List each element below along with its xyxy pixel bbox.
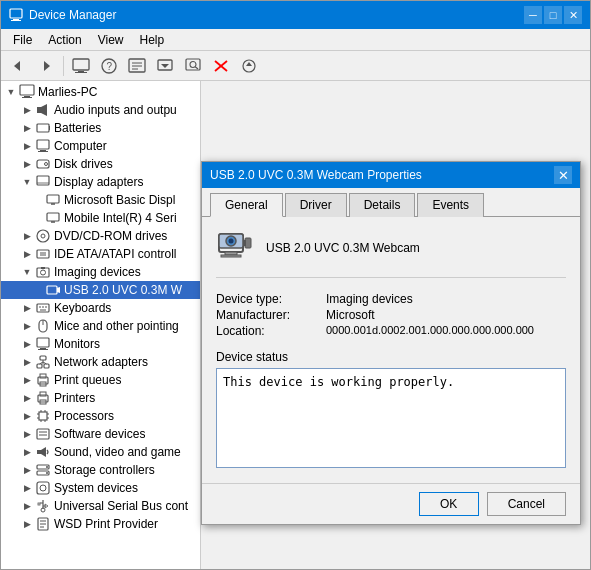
tree-item-processors[interactable]: ▶ Processors: [1, 407, 200, 425]
tree-item-storage[interactable]: ▶ Storage controllers: [1, 461, 200, 479]
ok-button[interactable]: OK: [419, 492, 479, 516]
svg-rect-39: [47, 213, 59, 221]
menu-help[interactable]: Help: [132, 31, 173, 49]
maximize-button[interactable]: □: [544, 6, 562, 24]
window-controls: ─ □ ✕: [524, 6, 582, 24]
svg-rect-62: [37, 364, 42, 368]
tree-item-printers[interactable]: ▶ Printers: [1, 389, 200, 407]
wsd-icon: [35, 516, 51, 532]
svg-marker-22: [246, 62, 252, 66]
menu-file[interactable]: File: [5, 31, 40, 49]
tab-driver[interactable]: Driver: [285, 193, 347, 217]
add-button[interactable]: [236, 54, 262, 78]
properties-button[interactable]: [124, 54, 150, 78]
device-status-text[interactable]: [216, 368, 566, 468]
intel-toggle: [35, 210, 45, 226]
tree-item-batteries[interactable]: ▶ Batteries: [1, 119, 200, 137]
tab-details[interactable]: Details: [349, 193, 416, 217]
svg-rect-91: [37, 482, 49, 494]
tree-item-keyboards[interactable]: ▶ Keyboards: [1, 299, 200, 317]
usb-label: Universal Serial Bus cont: [54, 499, 188, 513]
storage-icon: [35, 462, 51, 478]
computer-label: Computer: [54, 139, 107, 153]
menu-action[interactable]: Action: [40, 31, 89, 49]
window-title: Device Manager: [29, 8, 116, 22]
tree-item-ide[interactable]: ▶ IDE ATA/ATAPI controll: [1, 245, 200, 263]
system-icon: [35, 480, 51, 496]
svg-marker-15: [161, 64, 169, 68]
tree-item-intel[interactable]: Mobile Intel(R) 4 Seri: [1, 209, 200, 227]
disk-toggle: ▶: [19, 156, 35, 172]
sound-label: Sound, video and game: [54, 445, 181, 459]
main-content: ▼ Marlies-PC ▶ Audio inputs and outpu ▶: [1, 81, 590, 569]
dialog-close-button[interactable]: ✕: [554, 166, 572, 184]
batteries-label: Batteries: [54, 121, 101, 135]
svg-rect-51: [37, 304, 49, 312]
tab-events[interactable]: Events: [417, 193, 484, 217]
webcam-icon: [45, 282, 61, 298]
tree-item-sound[interactable]: ▶ Sound, video and game: [1, 443, 200, 461]
device-type-value: Imaging devices: [326, 292, 413, 306]
mice-icon: [35, 318, 51, 334]
svg-rect-49: [47, 286, 57, 294]
svg-rect-95: [38, 503, 40, 505]
tree-item-computer[interactable]: ▶ Computer: [1, 137, 200, 155]
minimize-button[interactable]: ─: [524, 6, 542, 24]
tree-item-system[interactable]: ▶ System devices: [1, 479, 200, 497]
cancel-button[interactable]: Cancel: [487, 492, 566, 516]
title-bar: Device Manager ─ □ ✕: [1, 1, 590, 29]
svg-rect-25: [22, 97, 32, 98]
remove-button[interactable]: [208, 54, 234, 78]
svg-rect-37: [47, 195, 59, 203]
tree-item-disk[interactable]: ▶ Disk drives: [1, 155, 200, 173]
tree-item-usb[interactable]: ▶ Universal Serial Bus cont: [1, 497, 200, 515]
tree-root[interactable]: ▼ Marlies-PC: [1, 83, 200, 101]
svg-point-92: [40, 485, 46, 491]
disk-label: Disk drives: [54, 157, 113, 171]
help-button[interactable]: ?: [96, 54, 122, 78]
tree-item-display[interactable]: ▼ Display adapters: [1, 173, 200, 191]
tree-item-monitors[interactable]: ▶ Monitors: [1, 335, 200, 353]
update-button[interactable]: [152, 54, 178, 78]
scan-button[interactable]: [180, 54, 206, 78]
tree-panel: ▼ Marlies-PC ▶ Audio inputs and outpu ▶: [1, 81, 201, 569]
tree-item-imaging[interactable]: ▼ Imaging devices: [1, 263, 200, 281]
storage-label: Storage controllers: [54, 463, 155, 477]
tab-general[interactable]: General: [210, 193, 283, 217]
forward-button[interactable]: [33, 54, 59, 78]
back-button[interactable]: [5, 54, 31, 78]
dvd-toggle: ▶: [19, 228, 35, 244]
toolbar-sep-1: [63, 56, 64, 76]
svg-rect-5: [73, 59, 89, 70]
device-header: USB 2.0 UVC 0.3M Webcam: [216, 229, 566, 278]
menu-view[interactable]: View: [90, 31, 132, 49]
svg-rect-110: [243, 240, 246, 246]
svg-rect-60: [38, 349, 48, 350]
svg-rect-63: [44, 364, 49, 368]
wsd-label: WSD Print Provider: [54, 517, 158, 531]
tree-item-wsd[interactable]: ▶ WSD Print Provider: [1, 515, 200, 533]
svg-marker-50: [57, 287, 60, 293]
svg-point-90: [46, 472, 48, 474]
app-icon: [9, 8, 23, 22]
tree-item-mice[interactable]: ▶ Mice and other pointing: [1, 317, 200, 335]
svg-point-47: [41, 270, 46, 275]
properties-dialog: USB 2.0 UVC 0.3M Webcam Properties ✕ Gen…: [201, 161, 581, 525]
audio-toggle: ▶: [19, 102, 35, 118]
tree-item-printq[interactable]: ▶ Print queues: [1, 371, 200, 389]
tree-item-webcam[interactable]: USB 2.0 UVC 0.3M W: [1, 281, 200, 299]
close-button[interactable]: ✕: [564, 6, 582, 24]
mice-toggle: ▶: [19, 318, 35, 334]
tree-item-basic-disp[interactable]: Microsoft Basic Displ: [1, 191, 200, 209]
basic-disp-label: Microsoft Basic Displ: [64, 193, 175, 207]
tree-item-dvd[interactable]: ▶ DVD/CD-ROM drives: [1, 227, 200, 245]
tree-item-software[interactable]: ▶ Software devices: [1, 425, 200, 443]
tree-item-network[interactable]: ▶ Network adapters: [1, 353, 200, 371]
dialog-tabs: General Driver Details Events: [202, 188, 580, 217]
device-type-row: Device type: Imaging devices: [216, 292, 566, 306]
tree-item-audio[interactable]: ▶ Audio inputs and outpu: [1, 101, 200, 119]
keyboards-label: Keyboards: [54, 301, 111, 315]
location-value: 0000.001d.0002.001.000.000.000.000.000: [326, 324, 534, 338]
menu-bar: File Action View Help: [1, 29, 590, 51]
computer-button[interactable]: [68, 54, 94, 78]
